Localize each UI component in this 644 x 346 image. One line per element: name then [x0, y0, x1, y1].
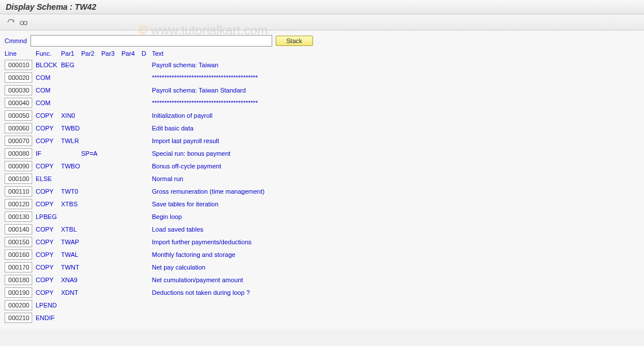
table-row: 000210ENDIF: [5, 312, 639, 324]
table-row: 000180COPYXNA9Net cumulation/payment amo…: [5, 274, 639, 286]
cell-text: Edit basic data: [152, 125, 639, 132]
cell-text: Special run: bonus payment: [152, 150, 639, 157]
table-row: 000160COPYTWALMonthly factoring and stor…: [5, 248, 639, 261]
col-header-par1: Par1: [61, 50, 81, 57]
cell-text: Payroll schema: Taiwan Standard: [152, 87, 639, 94]
table-row: 000130LPBEGBegin loop: [5, 210, 639, 223]
line-number-box[interactable]: 000150: [5, 237, 32, 247]
line-number-box[interactable]: 000020: [5, 72, 32, 83]
cell-text: Save tables for iteration: [152, 201, 639, 207]
cell-func: COPY: [36, 251, 61, 258]
cell-func: COPY: [36, 239, 61, 245]
line-number-box[interactable]: 000080: [5, 148, 32, 159]
cell-par1: XNA9: [61, 276, 81, 283]
svg-point-1: [24, 21, 27, 25]
cell-func: COPY: [36, 112, 61, 119]
cell-text: Net pay calculation: [152, 264, 639, 271]
cell-par1: XTBL: [61, 226, 81, 233]
cell-func: IF: [36, 150, 61, 157]
line-number-box[interactable]: 000010: [5, 60, 32, 70]
col-header-par4: Par4: [121, 50, 142, 57]
cell-text: Monthly factoring and storage: [152, 251, 639, 258]
toolbar: [0, 14, 644, 30]
table-row: 000070COPYTWLRImport last payroll result: [5, 134, 639, 147]
glasses-icon[interactable]: [18, 17, 29, 28]
cell-par1: TWNT: [61, 264, 81, 271]
col-header-text: Text: [152, 50, 639, 57]
cell-func: COPY: [36, 226, 61, 233]
content-area: Cmmnd Stack Line Func. Par1 Par2 Par3 Pa…: [0, 30, 644, 329]
command-input[interactable]: [31, 35, 272, 47]
line-number-box[interactable]: 000130: [5, 212, 32, 222]
cell-func: ELSE: [36, 175, 61, 182]
cell-text: Payroll schema: Taiwan: [152, 61, 639, 68]
line-number-box[interactable]: 000140: [5, 224, 32, 234]
line-number-box[interactable]: 000120: [5, 199, 32, 209]
col-header-par3: Par3: [101, 50, 121, 57]
col-header-line: Line: [5, 50, 36, 57]
cell-par1: BEG: [61, 61, 81, 68]
table-row: 000010BLOCKBEGPayroll schema: Taiwan: [5, 59, 639, 71]
table-row: 000170COPYTWNTNet pay calculation: [5, 261, 639, 274]
stack-button[interactable]: Stack: [276, 36, 314, 46]
svg-point-0: [20, 21, 24, 25]
line-number-box[interactable]: 000100: [5, 174, 32, 184]
table-row: 000190COPYXDNTDeductions not taken durin…: [5, 286, 639, 299]
schema-header: Line Func. Par1 Par2 Par3 Par4 D Text: [5, 50, 639, 57]
table-row: 000140COPYXTBLLoad saved tables: [5, 223, 639, 236]
title-bar: Display Schema : TW42: [0, 0, 644, 14]
command-label: Cmmnd: [5, 37, 27, 44]
table-row: 000080IFSP=ASpecial run: bonus payment: [5, 147, 639, 160]
line-number-box[interactable]: 000160: [5, 249, 32, 260]
table-row: 000050COPYXIN0Initialization of payroll: [5, 109, 639, 122]
cell-text: Deductions not taken during loop ?: [152, 289, 639, 296]
cell-func: COPY: [36, 137, 61, 144]
line-number-box[interactable]: 000190: [5, 287, 32, 298]
table-row: 000150COPYTWAPImport further payments/de…: [5, 236, 639, 248]
table-row: 000030COMPayroll schema: Taiwan Standard: [5, 84, 639, 97]
page-title: Display Schema : TW42: [6, 2, 96, 11]
col-header-func: Func.: [36, 50, 61, 57]
cell-func: COM: [36, 74, 61, 81]
cell-text: Net cumulation/payment amount: [152, 276, 639, 283]
line-number-box[interactable]: 000030: [5, 85, 32, 95]
cell-par1: TWBD: [61, 125, 81, 132]
cell-func: COM: [36, 99, 61, 106]
line-number-box[interactable]: 000180: [5, 275, 32, 285]
cell-text: Begin loop: [152, 213, 639, 220]
cell-func: COPY: [36, 188, 61, 195]
display-change-icon[interactable]: [6, 17, 16, 28]
line-number-box[interactable]: 000210: [5, 313, 32, 323]
cell-par1: XDNT: [61, 289, 81, 296]
line-number-box[interactable]: 000170: [5, 262, 32, 272]
line-number-box[interactable]: 000070: [5, 136, 32, 146]
cell-text: Import further payments/deductions: [152, 239, 639, 245]
cell-text: Initialization of payroll: [152, 112, 639, 119]
line-number-box[interactable]: 000090: [5, 161, 32, 171]
cell-text: Bonus off-cycle payment: [152, 163, 639, 170]
line-number-box[interactable]: 000060: [5, 123, 32, 133]
cell-par1: TWT0: [61, 188, 81, 195]
table-row: 000100ELSENormal run: [5, 172, 639, 185]
line-number-box[interactable]: 000050: [5, 110, 32, 121]
cell-par1: TWLR: [61, 137, 81, 144]
cell-func: COPY: [36, 289, 61, 296]
schema-body: 000010BLOCKBEGPayroll schema: Taiwan0000…: [5, 59, 639, 324]
cell-func: COPY: [36, 276, 61, 283]
cell-func: LPBEG: [36, 213, 61, 220]
line-number-box[interactable]: 000200: [5, 300, 32, 310]
cell-par1: TWAP: [61, 239, 81, 245]
table-row: 000020COM*******************************…: [5, 71, 639, 84]
line-number-box[interactable]: 000040: [5, 98, 32, 108]
cell-par1: XIN0: [61, 112, 81, 119]
table-row: 000060COPYTWBDEdit basic data: [5, 122, 639, 134]
cell-func: ENDIF: [36, 314, 61, 321]
cell-text: Import last payroll result: [152, 137, 639, 144]
table-row: 000090COPYTWBOBonus off-cycle payment: [5, 160, 639, 172]
cell-func: BLOCK: [36, 61, 61, 68]
line-number-box[interactable]: 000110: [5, 186, 32, 197]
table-row: 000040COM*******************************…: [5, 97, 639, 109]
cell-func: COPY: [36, 163, 61, 170]
cell-par1: TWAL: [61, 251, 81, 258]
cell-func: COPY: [36, 201, 61, 207]
